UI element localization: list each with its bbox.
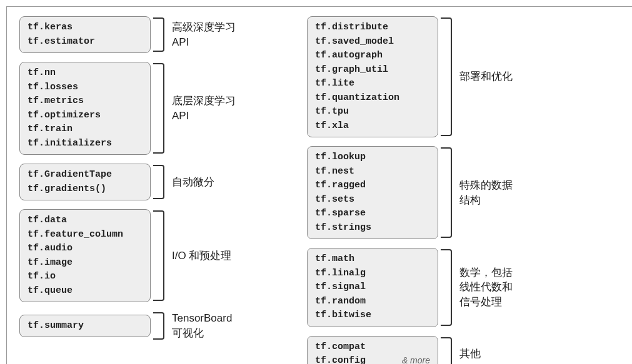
api-item: tf.gradients() [28,182,143,197]
api-item: tf.lookup [315,150,430,165]
group-io-preprocessing: tf.data tf.feature_column tf.audio tf.im… [19,209,294,302]
and-more-text: & more [402,354,430,364]
api-item: tf.compat [315,340,430,355]
api-item: tf.lite [315,77,430,91]
left-column: tf.keras tf.estimator 高级深度学习API tf.nn tf… [19,16,294,360]
api-box: tf.lookup tf.nest tf.ragged tf.sets tf.s… [307,146,438,239]
group-math: tf.math tf.linalg tf.signal tf.random tf… [307,248,613,327]
group-label: I/O 和预处理 [164,248,252,263]
api-item: tf.GradientTape [28,168,143,182]
group-tensorboard: tf.summary TensorBoard可视化 [19,311,294,341]
api-box: tf.nn tf.losses tf.metrics tf.optimizers… [19,62,151,155]
api-item: tf.strings [315,221,430,235]
api-item: tf.saved_model [315,35,430,49]
api-item: tf.random [315,295,430,309]
api-box: tf.summary [19,315,151,338]
group-label: TensorBoard可视化 [164,311,252,341]
api-item: tf.initializers [28,137,143,151]
api-item: tf.xla [315,119,430,134]
group-label: 部署和优化 [452,69,539,84]
bracket-icon [441,17,452,136]
group-autodiff: tf.GradientTape tf.gradients() 自动微分 [19,164,294,200]
api-item: tf.losses [28,81,143,95]
group-label: 特殊的数据结构 [452,178,539,208]
api-item: tf.nest [315,165,430,179]
api-item: tf.distribute [315,21,430,35]
group-low-level-api: tf.nn tf.losses tf.metrics tf.optimizers… [19,62,294,155]
bracket-icon [153,17,164,52]
api-item: tf.signal [315,280,430,295]
group-special-data-structures: tf.lookup tf.nest tf.ragged tf.sets tf.s… [307,146,613,239]
group-label: 高级深度学习API [164,20,252,50]
api-item: tf.ragged [315,179,430,193]
api-box: tf.math tf.linalg tf.signal tf.random tf… [307,248,438,327]
api-item: tf.image [28,256,143,270]
api-item: tf.queue [28,284,143,298]
api-box: tf.distribute tf.saved_model tf.autograp… [307,16,438,137]
api-box: tf.data tf.feature_column tf.audio tf.im… [19,209,151,302]
api-item: tf.train [28,122,143,137]
bracket-icon [441,249,452,326]
group-label: 数学，包括线性代数和信号处理 [452,265,539,310]
api-box: tf.keras tf.estimator [19,16,151,53]
bracket-icon [153,210,164,301]
api-item: tf.estimator [28,35,143,49]
group-label: 其他 [452,347,539,362]
api-box: tf.compat tf.config & more [307,336,438,365]
api-item: tf.keras [28,21,143,35]
api-item: tf.data [28,214,143,228]
group-other: tf.compat tf.config & more 其他 [307,336,613,365]
api-item: tf.tpu [315,105,430,119]
api-item: tf.bitwise [315,308,430,323]
api-box: tf.GradientTape tf.gradients() [19,164,151,200]
diagram-container: tf.keras tf.estimator 高级深度学习API tf.nn tf… [6,6,632,364]
group-label: 底层深度学习API [164,94,252,124]
api-item: tf.sets [315,193,430,207]
bracket-icon [153,312,164,340]
api-item: tf.sparse [315,207,430,221]
api-item: tf.nn [28,66,143,81]
bracket-icon [441,147,452,238]
group-label: 自动微分 [164,175,252,190]
api-item: tf.optimizers [28,109,143,123]
api-item: tf.config & more [315,354,430,364]
bracket-icon [441,337,452,365]
api-item: tf.summary [28,319,143,333]
api-item: tf.metrics [28,94,143,109]
group-deploy-optimize: tf.distribute tf.saved_model tf.autograp… [307,16,613,137]
right-column: tf.distribute tf.saved_model tf.autograp… [307,16,613,360]
api-item: tf.quantization [315,91,430,106]
api-item: tf.feature_column [28,228,143,242]
api-item: tf.io [28,270,143,284]
bracket-icon [153,63,164,154]
api-item-text: tf.config [315,355,366,364]
api-item: tf.graph_util [315,63,430,77]
group-high-level-api: tf.keras tf.estimator 高级深度学习API [19,16,294,53]
api-item: tf.autograph [315,49,430,63]
api-item: tf.linalg [315,267,430,281]
api-item: tf.audio [28,242,143,256]
api-item: tf.math [315,252,430,267]
bracket-icon [153,165,164,199]
